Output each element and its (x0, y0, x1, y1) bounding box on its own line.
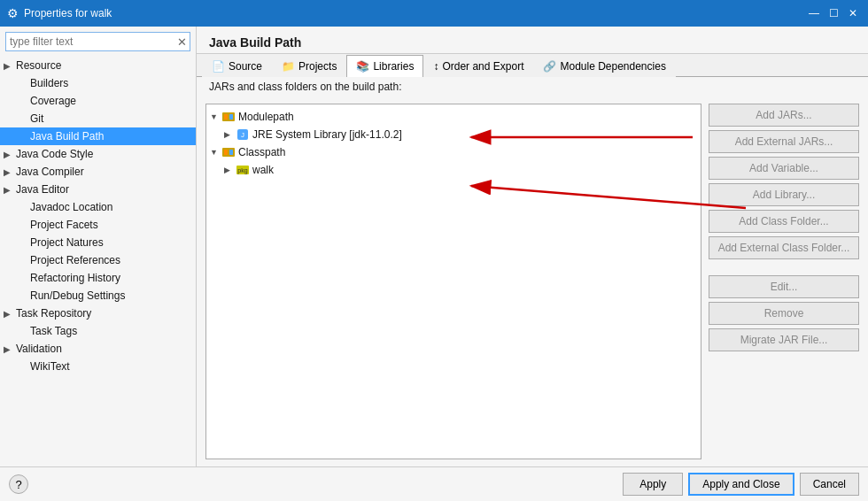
minimize-button[interactable]: — (806, 5, 822, 21)
sidebar-list: ▶ResourceBuildersCoverageGitJava Build P… (0, 57, 196, 466)
maximize-button[interactable]: ☐ (825, 5, 841, 21)
add-variable-button[interactable]: Add Variable... (709, 157, 859, 180)
sidebar-item-label: Coverage (30, 95, 76, 107)
sidebar-item-project-references[interactable]: Project References (0, 251, 196, 269)
tab-label-source: Source (229, 60, 262, 73)
tree-node-label: Classpath (238, 146, 285, 158)
libraries-tab-icon: 📚 (356, 60, 369, 73)
clear-filter-icon[interactable]: ✕ (177, 36, 187, 48)
order-export-tab-icon: ↕ (433, 60, 438, 73)
tree-node-icon: pkg (236, 163, 250, 177)
tab-source[interactable]: 📄Source (202, 55, 272, 77)
sidebar-item-label: Java Code Style (16, 148, 93, 160)
sidebar-item-label: WikiText (30, 360, 70, 373)
sidebar-item-task-tags[interactable]: Task Tags (0, 322, 196, 340)
sidebar-item-project-facets[interactable]: Project Facets (0, 216, 196, 234)
edit-button[interactable]: Edit... (709, 275, 859, 298)
tree-expand-icon: ▶ (224, 166, 233, 174)
tab-order-export[interactable]: ↕Order and Export (423, 55, 533, 77)
sidebar-item-label: Task Tags (30, 325, 77, 337)
build-path-label: JARs and class folders on the build path… (197, 77, 868, 96)
sidebar-item-label: Task Repository (16, 307, 91, 320)
button-spacer (709, 263, 859, 272)
sidebar-item-label: Git (30, 112, 43, 125)
sidebar-item-task-repository[interactable]: ▶Task Repository (0, 304, 196, 322)
button-panel: Add JARs...Add External JARs...Add Varia… (709, 104, 859, 459)
add-jars-button[interactable]: Add JARs... (709, 104, 859, 127)
tab-projects[interactable]: 📁Projects (272, 55, 346, 77)
tree-node-icon (221, 110, 236, 124)
tab-libraries[interactable]: 📚Libraries (346, 55, 423, 77)
tree-node-label: walk (252, 164, 274, 176)
add-external-jars-button[interactable]: Add External JARs... (709, 130, 859, 153)
sidebar-item-label: Project Natures (30, 236, 104, 249)
bottom-right: Apply Apply and Close Cancel (623, 473, 859, 496)
sidebar-item-label: Java Editor (16, 183, 69, 196)
svg-text:J: J (241, 131, 244, 139)
add-external-class-folder-button[interactable]: Add External Class Folder... (709, 236, 859, 259)
bottom-bar: ? Apply Apply and Close Cancel (0, 466, 868, 501)
projects-tab-icon: 📁 (282, 60, 295, 73)
expand-arrow-icon: ▶ (4, 167, 11, 177)
content-main: ▼Modulepath▶JJRE System Library [jdk-11.… (197, 96, 868, 466)
titlebar-title: Properties for walk (24, 7, 112, 19)
svg-rect-1 (224, 114, 228, 119)
sidebar-item-project-natures[interactable]: Project Natures (0, 234, 196, 251)
tree-node-classpath[interactable]: ▼Classpath (206, 143, 701, 161)
migrate-jar-button[interactable]: Migrate JAR File... (709, 328, 859, 351)
sidebar-item-resource[interactable]: ▶Resource (0, 57, 196, 74)
add-library-button[interactable]: Add Library... (709, 183, 859, 206)
tree-node-jre-system[interactable]: ▶JJRE System Library [jdk-11.0.2] (206, 126, 701, 143)
tree-expand-icon: ▼ (210, 112, 219, 121)
cancel-button[interactable]: Cancel (800, 473, 859, 496)
sidebar-item-git[interactable]: Git (0, 110, 196, 127)
filter-input[interactable] (5, 32, 190, 51)
sidebar-item-coverage[interactable]: Coverage (0, 92, 196, 110)
tree-panel: ▼Modulepath▶JJRE System Library [jdk-11.… (205, 104, 701, 459)
tree-node-walk[interactable]: ▶pkgwalk (206, 161, 701, 179)
module-dependencies-tab-icon: 🔗 (543, 60, 556, 73)
sidebar-item-label: Java Build Path (30, 130, 104, 143)
sidebar-item-label: Resource (16, 59, 61, 72)
tree-node-modulepath[interactable]: ▼Modulepath (206, 108, 701, 126)
svg-rect-7 (229, 150, 233, 155)
apply-button[interactable]: Apply (623, 473, 683, 496)
remove-button[interactable]: Remove (709, 302, 859, 325)
expand-arrow-icon: ▶ (4, 309, 11, 319)
expand-arrow-icon: ▶ (4, 185, 11, 195)
dialog-body: ✕ ▶ResourceBuildersCoverageGitJava Build… (0, 27, 868, 466)
tab-label-libraries: Libraries (373, 60, 414, 73)
sidebar-item-java-editor[interactable]: ▶Java Editor (0, 181, 196, 198)
sidebar-item-java-build-path[interactable]: Java Build Path (0, 127, 196, 145)
close-button[interactable]: ✕ (845, 5, 861, 21)
sidebar-item-label: Builders (30, 77, 68, 89)
titlebar-app-icon: ⚙ (7, 6, 19, 20)
content-title: Java Build Path (197, 27, 868, 54)
sidebar-item-java-code-style[interactable]: ▶Java Code Style (0, 145, 196, 163)
tab-module-dependencies[interactable]: 🔗Module Dependencies (533, 55, 675, 77)
main-content: Java Build Path 📄Source📁Projects📚Librari… (197, 27, 868, 466)
source-tab-icon: 📄 (212, 60, 225, 73)
apply-close-button[interactable]: Apply and Close (688, 473, 794, 496)
svg-rect-2 (229, 114, 233, 119)
sidebar-item-refactoring-history[interactable]: Refactoring History (0, 269, 196, 287)
sidebar-item-builders[interactable]: Builders (0, 74, 196, 92)
tree-node-icon: J (236, 127, 250, 142)
sidebar-item-label: Refactoring History (30, 272, 120, 284)
sidebar-item-validation[interactable]: ▶Validation (0, 340, 196, 358)
sidebar-item-wikitext[interactable]: WikiText (0, 358, 196, 375)
bottom-left: ? (9, 474, 28, 494)
sidebar-item-label: Project Facets (30, 219, 98, 231)
sidebar-item-run-debug[interactable]: Run/Debug Settings (0, 287, 196, 304)
titlebar: ⚙ Properties for walk — ☐ ✕ (0, 0, 868, 27)
sidebar-item-label: Validation (16, 343, 62, 355)
add-class-folder-button[interactable]: Add Class Folder... (709, 210, 859, 233)
help-button[interactable]: ? (9, 474, 28, 494)
tabs-bar: 📄Source📁Projects📚Libraries↕Order and Exp… (197, 54, 868, 77)
tab-label-projects: Projects (298, 60, 337, 73)
expand-arrow-icon: ▶ (4, 344, 11, 354)
tab-label-order-export: Order and Export (442, 60, 523, 73)
search-wrap: ✕ (0, 27, 196, 57)
sidebar-item-javadoc-location[interactable]: Javadoc Location (0, 198, 196, 216)
sidebar-item-java-compiler[interactable]: ▶Java Compiler (0, 163, 196, 181)
